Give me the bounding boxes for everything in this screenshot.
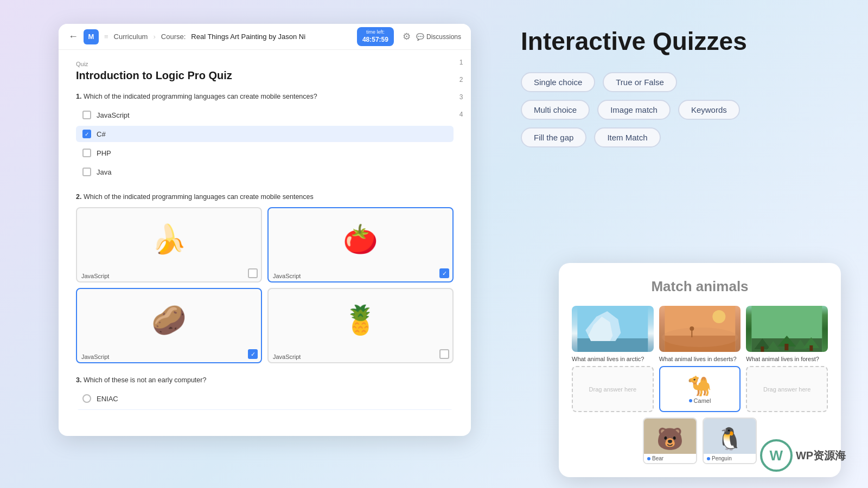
arctic-question: What animal lives in arctic? — [572, 355, 654, 363]
tags-row-1: Single choice True or False — [521, 72, 835, 92]
tomato-image: 🍅 — [269, 208, 452, 271]
svg-rect-13 — [761, 346, 764, 352]
animal-col-forest: What animal lives in forest? Drag answer… — [746, 306, 828, 412]
image-cell-pineapple[interactable]: 🍍 JavaScript — [267, 288, 454, 363]
image-grid: 🍌 JavaScript 🍅 ✓ JavaScript 🥔 ✓ JavaScri… — [76, 207, 454, 363]
tags-grid: Single choice True or False Multi choice… — [521, 72, 835, 147]
question-2: 2. Which of the indicated programming la… — [76, 193, 454, 363]
svg-rect-17 — [810, 345, 813, 351]
bear-card[interactable]: 🐻 Bear — [643, 418, 697, 464]
tag-image-match[interactable]: Image match — [597, 100, 671, 120]
arctic-scene — [572, 306, 654, 352]
back-button[interactable]: ← — [68, 31, 78, 42]
checkbox-java[interactable] — [82, 168, 91, 176]
check-tomato[interactable]: ✓ — [439, 268, 449, 278]
quiz-title: Introduction to Logic Pro Quiz — [76, 69, 454, 82]
sidebar-num-3[interactable]: 3 — [455, 91, 467, 103]
settings-icon[interactable]: ⚙ — [403, 31, 411, 42]
camel-label: Camel — [689, 397, 711, 404]
sidebar-num-4[interactable]: 4 — [455, 108, 467, 120]
image-cell-tomato[interactable]: 🍅 ✓ JavaScript — [267, 207, 454, 282]
timer-value: 48:57:59 — [362, 36, 388, 44]
timer-label: time left: — [362, 29, 388, 36]
match-title: Match animals — [572, 278, 828, 295]
animals-top-grid: What animal lives in arctic? Drag answer… — [572, 306, 828, 412]
potato-image: 🥔 — [77, 289, 261, 351]
forest-question: What animal lives in forest? — [746, 355, 828, 363]
tag-single-choice[interactable]: Single choice — [521, 72, 595, 92]
banana-label: JavaScript — [77, 271, 261, 281]
pineapple-image: 🍍 — [269, 289, 452, 351]
watermark-circle: W — [760, 439, 793, 472]
nav-course-label: Course: — [161, 33, 186, 41]
tag-keywords[interactable]: Keywords — [678, 100, 740, 120]
nav-logo: M — [84, 29, 99, 44]
option-java[interactable]: Java — [76, 164, 454, 180]
svg-rect-15 — [785, 344, 789, 350]
question-1-text: 1. Which of the indicated programming la… — [76, 93, 454, 100]
arctic-drag-placeholder: Drag answer here — [589, 386, 636, 393]
quiz-nav: ← M ≡ Curriculum › Course: Real Things A… — [59, 24, 471, 50]
desert-scene — [659, 306, 741, 352]
option-javascript[interactable]: JavaScript — [76, 107, 454, 123]
image-cell-potato[interactable]: 🥔 ✓ JavaScript — [76, 288, 262, 363]
uncheck-banana[interactable] — [248, 268, 258, 278]
question-3-text: 3. Which of these is not an early comput… — [76, 376, 454, 384]
nav-timer: time left: 48:57:59 — [357, 27, 394, 46]
watermark-text: WP资源海 — [796, 448, 846, 463]
quiz-sidebar: 1 2 3 4 — [451, 50, 471, 127]
tag-multi-choice[interactable]: Multi choice — [521, 100, 590, 120]
potato-label: JavaScript — [77, 351, 261, 362]
animal-col-desert: What animal lives in deserts? 🐪 Camel — [659, 306, 741, 412]
option-php[interactable]: PHP — [76, 145, 454, 161]
question-1: 1. Which of the indicated programming la… — [76, 93, 454, 180]
tag-true-or-false[interactable]: True or False — [603, 72, 677, 92]
checkbox-php[interactable] — [82, 149, 91, 157]
uncheck-pineapple[interactable] — [439, 349, 449, 359]
penguin-label: Penguin — [704, 454, 756, 463]
banana-image: 🍌 — [77, 208, 261, 271]
penguin-image: 🐧 — [704, 419, 756, 454]
forest-scene — [746, 306, 828, 352]
discussions-icon: 💬 — [416, 33, 424, 41]
checkbox-javascript[interactable] — [82, 111, 91, 119]
check-potato[interactable]: ✓ — [248, 349, 258, 359]
forest-answer-box[interactable]: Drag answer here — [746, 366, 828, 412]
tag-item-match[interactable]: Item Match — [594, 127, 660, 147]
checkbox-csharp[interactable]: ✓ — [82, 130, 91, 138]
radio-eniac[interactable] — [82, 394, 91, 403]
question-2-text: 2. Which of the indicated programming la… — [76, 193, 454, 201]
sidebar-num-2[interactable]: 2 — [455, 74, 467, 86]
tag-fill-the-gap[interactable]: Fill the gap — [521, 127, 586, 147]
bear-label: Bear — [644, 454, 696, 463]
desert-answer-box[interactable]: 🐪 Camel — [659, 366, 741, 412]
quiz-content: Quiz Introduction to Logic Pro Quiz 1. W… — [59, 50, 471, 410]
svg-point-6 — [662, 328, 738, 347]
main-title: Interactive Quizzes — [521, 27, 835, 56]
nav-course-title: Real Things Art Painting by Jason Ni — [191, 33, 352, 41]
watermark: W WP资源海 — [749, 434, 857, 477]
forest-drag-placeholder: Drag answer here — [763, 386, 810, 393]
quiz-label: Quiz — [76, 61, 454, 67]
camel-emoji: 🐪 — [687, 375, 712, 397]
tomato-label: JavaScript — [269, 271, 452, 281]
quiz-panel: ← M ≡ Curriculum › Course: Real Things A… — [59, 24, 471, 436]
tags-row-3: Fill the gap Item Match — [521, 127, 835, 147]
nav-curriculum: Curriculum — [114, 33, 148, 41]
arctic-answer-box[interactable]: Drag answer here — [572, 366, 654, 412]
image-cell-banana[interactable]: 🍌 JavaScript — [76, 207, 262, 282]
option-sage[interactable]: SAGE — [76, 409, 454, 410]
svg-point-7 — [712, 310, 725, 323]
option-csharp[interactable]: ✓ C# — [76, 126, 454, 142]
discussions-button[interactable]: 💬 Discussions — [416, 33, 461, 41]
bear-image: 🐻 — [644, 419, 696, 454]
svg-point-9 — [690, 326, 694, 331]
desert-question: What animal lives in deserts? — [659, 355, 741, 363]
tags-row-2: Multi choice Image match Keywords — [521, 100, 835, 120]
animal-col-arctic: What animal lives in arctic? Drag answer… — [572, 306, 654, 412]
question-3: 3. Which of these is not an early comput… — [76, 376, 454, 410]
pineapple-label: JavaScript — [269, 351, 452, 362]
option-eniac[interactable]: ENIAC — [76, 390, 454, 407]
sidebar-num-1[interactable]: 1 — [455, 56, 467, 68]
